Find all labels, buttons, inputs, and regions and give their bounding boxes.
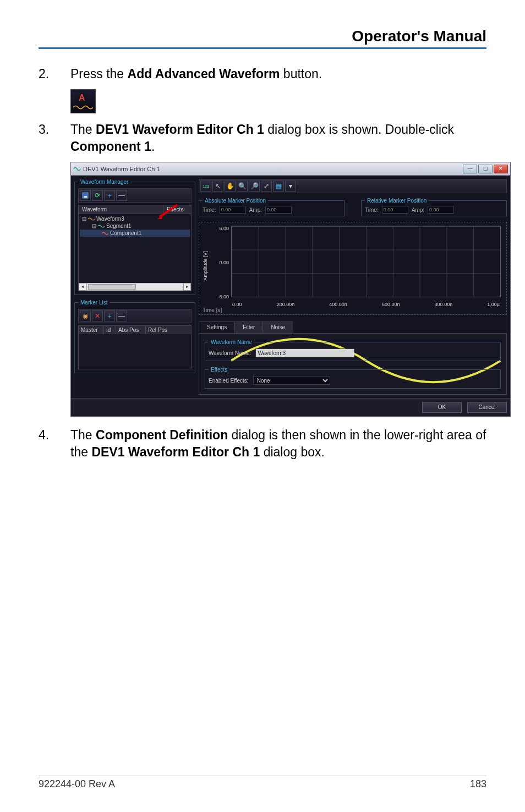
x-tick-800n: 800.00n <box>435 302 453 307</box>
plot-y-axis: 6.00 0.00 -6.00 <box>209 225 231 307</box>
scroll-thumb[interactable] <box>88 284 136 290</box>
waveform-name-input[interactable] <box>255 348 354 357</box>
abs-time-input[interactable] <box>220 206 246 214</box>
tree-segment-icon <box>98 224 105 229</box>
x-tick-600n: 600.00n <box>382 302 400 307</box>
footer-page-number: 183 <box>470 778 486 790</box>
scroll-track[interactable] <box>86 283 183 291</box>
wm-refresh-icon[interactable]: ⟳ <box>92 190 103 201</box>
plot-dropdown-icon[interactable]: ▾ <box>285 181 296 192</box>
plot-toolbar: 123 ↖ ✋ 🔍 🔎 ⤢ ▦ ▾ <box>199 179 507 193</box>
ml-col-abspos: Abs Pos <box>116 326 146 334</box>
ml-marker-icon[interactable]: ◉ <box>80 310 91 321</box>
x-tick-400n: 400.00n <box>329 302 347 307</box>
tree-label-component1: Component1 <box>110 230 141 236</box>
waveform-manager-group: Waveform Manager ⟳ ＋ — Waveform Effects … <box>74 179 195 295</box>
plot-cursor-icon[interactable]: ↖ <box>212 181 223 192</box>
step-3-number: 3. <box>39 121 70 155</box>
absolute-marker-position-group: Absolute Marker Position Time: Amp: <box>199 198 344 216</box>
scroll-left-button[interactable]: ◂ <box>79 283 86 291</box>
step-3-pre: The <box>70 122 96 137</box>
tab-settings[interactable]: Settings <box>199 321 235 333</box>
step-4-bold1: Component Definition <box>96 428 228 442</box>
x-tick-200n: 200.00n <box>277 302 295 307</box>
effects-group: Effects Enabled Effects: None <box>205 367 501 389</box>
ml-col-id: Id <box>104 326 116 334</box>
tree-component-icon <box>102 231 108 236</box>
wm-add-icon[interactable]: ＋ <box>104 190 115 201</box>
marker-list-toolbar: ◉ ✕ ＋ — <box>78 309 192 323</box>
rel-amp-label: Amp: <box>412 207 424 213</box>
titlebar-sine-icon <box>73 165 81 173</box>
waveform-name-group: Waveform Name Waveform Name: <box>205 339 501 361</box>
abs-time-label: Time: <box>203 207 216 213</box>
page-footer: 922244-00 Rev A 183 <box>39 776 486 790</box>
waveform-editor-dialog: DEV1 Waveform Editor Ch 1 — ▢ ✕ Waveform… <box>70 162 511 417</box>
ml-col-relpos: Rel Pos <box>146 326 191 334</box>
abs-marker-legend: Absolute Marker Position <box>203 198 268 204</box>
tree-label-waveform3: Waveform3 <box>96 216 124 222</box>
waveform-name-label: Waveform Name: <box>209 350 251 356</box>
step-2-pre: Press the <box>70 67 128 81</box>
step-3-post: . <box>151 139 155 154</box>
plot-export-icon[interactable]: ▦ <box>273 181 284 192</box>
window-minimize-button[interactable]: — <box>463 165 477 173</box>
icon-letter-a: A <box>79 93 85 103</box>
tree-expand-icon[interactable]: ⊟ <box>92 223 96 229</box>
wm-remove-icon[interactable]: — <box>116 190 127 201</box>
marker-list-legend: Marker List <box>78 299 110 306</box>
plot-zoomout-icon[interactable]: 🔎 <box>249 181 260 192</box>
tree-row-component1[interactable]: Component1 <box>80 230 190 237</box>
relative-marker-position-group: Relative Marker Position Time: Amp: <box>361 198 507 216</box>
step-3: 3. The DEV1 Waveform Editor Ch 1 dialog … <box>39 121 486 155</box>
ml-col-master: Master <box>79 326 104 334</box>
marker-list-table[interactable]: Master Id Abs Pos Rel Pos <box>78 325 192 369</box>
tree-label-segment1: Segment1 <box>106 223 132 229</box>
rel-amp-input[interactable] <box>428 206 454 214</box>
tree-header-waveform: Waveform <box>79 205 163 214</box>
window-maximize-button[interactable]: ▢ <box>478 165 493 173</box>
ml-remove-icon[interactable]: — <box>116 310 127 321</box>
ml-delete-icon[interactable]: ✕ <box>92 310 103 321</box>
step-2-text: Press the Add Advanced Waveform button. <box>70 66 486 83</box>
step-4-number: 4. <box>39 427 70 461</box>
tree-row-waveform3[interactable]: ⊟ Waveform3 <box>80 215 190 222</box>
step-2: 2. Press the Add Advanced Waveform butto… <box>39 66 486 83</box>
step-4-pre: The <box>70 428 96 442</box>
abs-amp-label: Amp: <box>249 207 262 213</box>
step-2-bold: Add Advanced Waveform <box>128 67 280 81</box>
icon-waveform <box>73 103 93 110</box>
y-tick-0: 0.00 <box>219 260 229 265</box>
waveform-tree[interactable]: ⊟ Waveform3 ⊟ Segment1 Component1 ◂ <box>78 214 192 291</box>
tree-waveform-icon <box>88 216 95 222</box>
page-header-title: Operator's Manual <box>39 28 486 49</box>
plot-fit-icon[interactable]: 123 <box>200 181 211 192</box>
rel-time-label: Time: <box>365 207 379 213</box>
plot-zoomin-icon[interactable]: 🔍 <box>237 181 248 192</box>
dialog-titlebar[interactable]: DEV1 Waveform Editor Ch 1 — ▢ ✕ <box>71 162 510 176</box>
marker-list-header: Master Id Abs Pos Rel Pos <box>79 326 191 334</box>
ml-add-icon[interactable]: ＋ <box>104 310 115 321</box>
y-tick-neg6: -6.00 <box>217 294 229 299</box>
tree-row-segment1[interactable]: ⊟ Segment1 <box>80 222 190 230</box>
dialog-title: DEV1 Waveform Editor Ch 1 <box>83 166 463 172</box>
waveform-plot[interactable]: Amplitude [V] 6.00 0.00 -6.00 0.00 2 <box>203 225 503 307</box>
enabled-effects-label: Enabled Effects: <box>209 378 249 384</box>
abs-amp-input[interactable] <box>265 206 292 214</box>
waveform-manager-legend: Waveform Manager <box>78 179 130 185</box>
x-tick-0: 0.00 <box>232 302 242 307</box>
tree-expand-icon[interactable]: ⊟ <box>82 216 86 222</box>
rel-marker-legend: Relative Marker Position <box>365 198 429 204</box>
wm-save-icon[interactable] <box>80 190 91 201</box>
tree-horizontal-scrollbar[interactable]: ◂ ▸ <box>79 283 191 291</box>
plot-hand-icon[interactable]: ✋ <box>225 181 236 192</box>
rel-time-input[interactable] <box>382 206 408 214</box>
plot-zoomreset-icon[interactable]: ⤢ <box>261 181 272 192</box>
waveform-manager-toolbar: ⟳ ＋ — <box>78 188 192 203</box>
window-close-button[interactable]: ✕ <box>494 165 508 173</box>
step-2-number: 2. <box>39 66 70 83</box>
enabled-effects-select[interactable]: None <box>253 376 330 385</box>
marker-list-group: Marker List ◉ ✕ ＋ — Master Id Abs Pos Re… <box>74 299 195 373</box>
step-3-text: The DEV1 Waveform Editor Ch 1 dialog box… <box>70 121 486 155</box>
scroll-right-button[interactable]: ▸ <box>183 283 191 291</box>
